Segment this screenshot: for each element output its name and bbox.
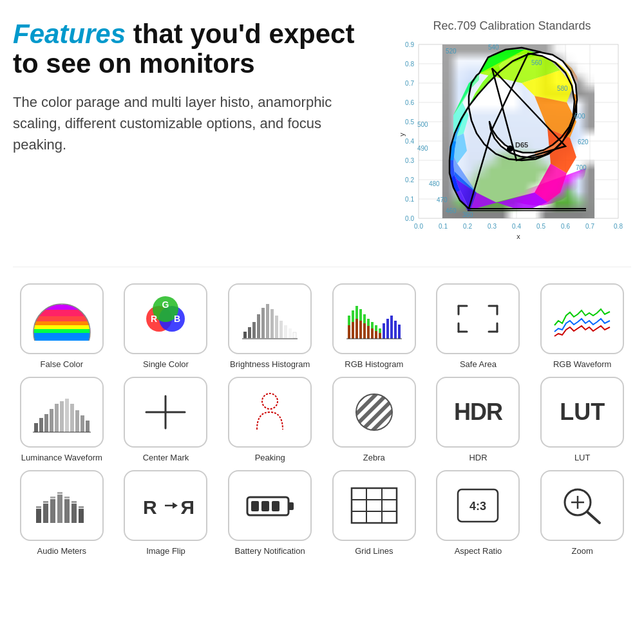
svg-rect-101 [33, 305, 90, 310]
svg-rect-134 [359, 321, 362, 339]
svg-text:0.0: 0.0 [405, 215, 414, 222]
svg-text:490: 490 [417, 145, 428, 152]
svg-rect-160 [65, 399, 69, 432]
svg-rect-162 [75, 410, 79, 432]
svg-text:0.8: 0.8 [405, 61, 414, 68]
svg-rect-158 [55, 404, 59, 432]
feature-audio-meters: Audio Meters [13, 470, 111, 557]
svg-rect-185 [64, 497, 70, 498]
svg-text:520: 520 [446, 48, 457, 55]
top-section: Features that you'd expect to see on mon… [0, 0, 644, 257]
feature-brightness-histogram: Brightness Histogram [221, 283, 319, 370]
svg-rect-180 [79, 509, 84, 523]
svg-text:0.4: 0.4 [512, 223, 521, 230]
peaking-label: Peaking [255, 453, 285, 464]
svg-rect-135 [363, 323, 366, 339]
heading-blue: Features [13, 19, 126, 49]
svg-rect-161 [70, 404, 74, 432]
svg-text:B: B [174, 314, 180, 324]
svg-text:0.1: 0.1 [405, 196, 414, 203]
svg-text:0.8: 0.8 [614, 223, 623, 230]
hdr-icon-box: HDR [436, 377, 520, 448]
section-divider [13, 267, 631, 267]
svg-rect-183 [50, 497, 55, 498]
peaking-icon-box [228, 377, 312, 448]
svg-text:R: R [180, 497, 194, 518]
svg-text:x: x [516, 232, 520, 240]
main-heading: Features that you'd expect to see on mon… [13, 19, 374, 79]
feature-false-color: False Color [13, 283, 111, 370]
svg-rect-174 [36, 509, 41, 523]
svg-rect-95 [33, 316, 90, 321]
safe-area-label: Safe Area [460, 359, 497, 370]
svg-text:0.7: 0.7 [405, 80, 414, 87]
svg-rect-178 [64, 499, 70, 523]
svg-text:4:3: 4:3 [469, 500, 486, 513]
features-grid: False Color R B G Single Color [6, 283, 638, 557]
svg-text:0.6: 0.6 [561, 223, 570, 230]
svg-rect-116 [275, 316, 278, 338]
svg-rect-177 [57, 495, 62, 523]
feature-center-mark: Center Mark [117, 377, 215, 464]
svg-text:470: 470 [437, 196, 448, 204]
svg-text:700: 700 [576, 164, 587, 171]
rgb-waveform-icon-box [540, 283, 624, 354]
luminance-waveform-icon-box [20, 377, 104, 448]
brightness-histogram-label: Brightness Histogram [230, 359, 310, 370]
feature-safe-area: Safe Area [430, 283, 527, 370]
svg-rect-163 [80, 415, 84, 432]
battery-label: Battery Notification [235, 546, 305, 557]
svg-rect-143 [394, 321, 397, 339]
svg-text:D65: D65 [515, 141, 528, 149]
lut-text: LUT [560, 399, 605, 426]
svg-rect-159 [60, 401, 64, 432]
features-section: False Color R B G Single Color [0, 277, 644, 564]
svg-rect-157 [50, 409, 53, 432]
svg-text:0.0: 0.0 [414, 223, 423, 230]
svg-rect-114 [266, 304, 269, 338]
svg-rect-96 [33, 321, 90, 325]
svg-rect-112 [257, 314, 260, 338]
center-mark-icon-box [124, 377, 207, 448]
svg-rect-118 [284, 325, 287, 338]
svg-rect-120 [293, 332, 296, 338]
svg-text:480: 480 [429, 180, 440, 187]
grid-lines-icon-box [332, 470, 416, 541]
chart-container: 0.9 0.8 0.7 0.6 0.5 0.4 0.3 0.2 0.1 0.0 … [393, 38, 631, 244]
false-color-label: False Color [41, 359, 83, 370]
zebra-label: Zebra [363, 453, 385, 464]
svg-rect-97 [33, 325, 90, 329]
svg-text:0.7: 0.7 [585, 223, 594, 230]
cie-chart-section: Rec.709 Calibration Standards [393, 19, 631, 244]
svg-text:600: 600 [574, 113, 585, 120]
lut-label: LUT [574, 453, 591, 464]
svg-text:0.3: 0.3 [488, 223, 497, 230]
svg-point-168 [262, 393, 278, 409]
svg-rect-186 [71, 501, 77, 503]
feature-rgb-histogram: RGB Histogram [325, 283, 423, 370]
svg-line-207 [587, 512, 600, 523]
svg-rect-184 [57, 492, 62, 494]
svg-rect-136 [367, 326, 370, 339]
image-flip-icon-box: R R [124, 470, 207, 541]
svg-text:460: 460 [446, 207, 457, 214]
svg-text:0.4: 0.4 [405, 138, 414, 145]
svg-rect-132 [352, 322, 354, 339]
feature-aspect-ratio: 4:3 Aspect Ratio [430, 470, 527, 557]
feature-image-flip: R R Image Flip [117, 470, 215, 557]
svg-rect-175 [43, 504, 48, 523]
aspect-ratio-label: Aspect Ratio [455, 546, 502, 557]
rgb-waveform-label: RGB Waveform [553, 359, 612, 370]
center-mark-label: Center Mark [143, 453, 189, 464]
feature-battery: Battery Notification [221, 470, 319, 557]
svg-text:540: 540 [488, 44, 499, 51]
svg-rect-115 [270, 309, 274, 338]
zoom-icon-box [540, 470, 624, 541]
brightness-histogram-icon-box [228, 283, 312, 354]
svg-text:G: G [162, 299, 169, 310]
svg-text:580: 580 [557, 85, 568, 92]
image-flip-label: Image Flip [146, 546, 185, 557]
svg-rect-144 [398, 325, 401, 339]
feature-zebra: Zebra [325, 377, 423, 464]
rgb-histogram-icon-box [332, 283, 416, 354]
